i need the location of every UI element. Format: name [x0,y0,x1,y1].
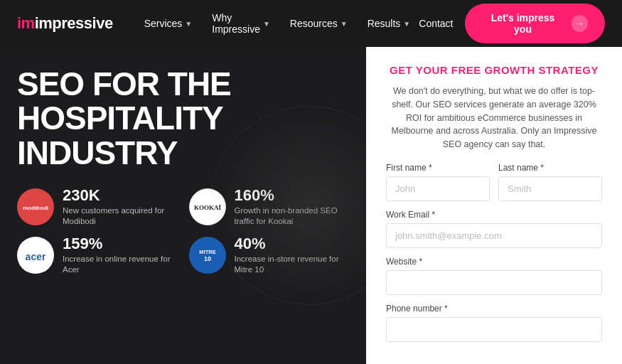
hero-title: SEO FOR THE HOSPITALITY INDUSTRY [17,67,349,170]
stats-grid: modibodi 230K New customers acquired for… [17,187,349,275]
phone-input[interactable] [386,317,602,342]
stat-modibodi: modibodi 230K New customers acquired for… [17,187,178,227]
svg-text:10: 10 [203,255,210,262]
chevron-down-icon: ▼ [263,20,270,28]
email-label: Work Email * [386,210,602,220]
stat-mitre10: MITRE 10 40% Increase in-store revenue f… [189,235,350,275]
navbar: imimpressive Services ▼ Why Impressive ▼… [0,0,622,47]
phone-label: Phone number * [386,304,602,314]
nav-right: Contact Let's impress you → [419,4,605,43]
logo-text: imimpressive [17,14,113,33]
form-description: We don't do everything, but what we do o… [386,85,602,151]
logo[interactable]: imimpressive [17,14,113,33]
logo-accent: im [17,14,35,32]
svg-text:MITRE: MITRE [199,249,215,255]
last-name-label: Last name * [498,163,602,173]
first-name-label: First name * [386,163,490,173]
stat-mitre10-text: 40% Increase in-store revenue for Mitre … [235,235,339,275]
nav-why-impressive[interactable]: Why Impressive ▼ [203,6,279,41]
email-input[interactable] [386,223,602,248]
first-name-input[interactable] [386,176,490,201]
stat-kookai: KOOKAÏ 160% Growth in non-branded SEO tr… [189,187,350,227]
acer-logo: acer [17,237,54,274]
mitre10-logo: MITRE 10 [189,237,226,274]
svg-text:acer: acer [26,251,46,262]
phone-group: Phone number * [386,304,602,342]
arrow-right-icon: → [572,15,589,32]
nav-resources[interactable]: Resources ▼ [281,12,356,35]
chevron-down-icon: ▼ [341,20,348,28]
website-label: Website * [386,257,602,267]
website-group: Website * [386,257,602,295]
nav-contact[interactable]: Contact [419,18,453,29]
nav-services[interactable]: Services ▼ [136,12,201,35]
chevron-down-icon: ▼ [403,20,410,28]
first-name-group: First name * [386,163,490,201]
hero-section: SEO FOR THE HOSPITALITY INDUSTRY modibod… [0,47,366,364]
lead-form-panel: GET YOUR FREE GROWTH STRATEGY We don't d… [366,47,622,364]
cta-button[interactable]: Let's impress you → [465,4,605,43]
form-title: GET YOUR FREE GROWTH STRATEGY [386,64,602,76]
svg-text:modibodi: modibodi [23,205,48,211]
website-input[interactable] [386,270,602,295]
name-row: First name * Last name * [386,163,602,201]
modibodi-logo: modibodi [17,188,54,225]
stat-modibodi-text: 230K New customers acquired for Modibodi [63,187,164,227]
nav-links: Services ▼ Why Impressive ▼ Resources ▼ … [136,6,419,41]
svg-text:KOOKAÏ: KOOKAÏ [193,204,221,211]
last-name-group: Last name * [498,163,602,201]
stat-kookai-text: 160% Growth in non-branded SEO traffic f… [235,187,338,227]
email-group: Work Email * [386,210,602,248]
main-content: SEO FOR THE HOSPITALITY INDUSTRY modibod… [0,47,622,364]
nav-results[interactable]: Results ▼ [359,12,419,35]
stat-acer: acer 159% Increase in online revenue for… [17,235,178,275]
last-name-input[interactable] [498,176,602,201]
kookai-logo: KOOKAÏ [189,188,226,225]
chevron-down-icon: ▼ [185,20,192,28]
stat-acer-text: 159% Increase in online revenue for Acer [63,235,171,275]
